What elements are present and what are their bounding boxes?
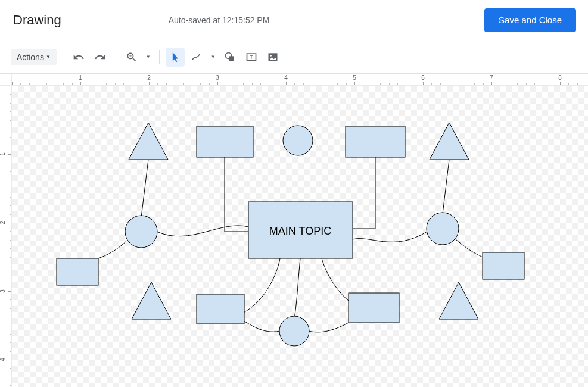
undo-button[interactable] <box>69 48 88 67</box>
line-dropdown-caret[interactable]: ▼ <box>209 54 218 60</box>
circle-shape[interactable] <box>279 316 309 346</box>
undo-icon <box>73 51 85 63</box>
ruler-v-label: 2 <box>0 221 6 224</box>
image-tool-button[interactable] <box>263 48 282 67</box>
rect-shape[interactable] <box>346 126 405 157</box>
ruler-h-label: 1 <box>79 74 82 81</box>
ruler-v-label: 4 <box>0 358 6 361</box>
connector[interactable] <box>98 239 128 258</box>
line-tool-button[interactable] <box>187 48 206 67</box>
toolbar-separator <box>159 50 160 64</box>
save-and-close-button[interactable]: Save and Close <box>484 8 576 32</box>
textbox-icon: T <box>245 51 257 63</box>
select-tool-button[interactable] <box>166 48 185 67</box>
ruler-h-label: 7 <box>490 74 493 81</box>
line-icon <box>191 51 203 63</box>
toolbar: Actions ▼ ▼ ▼ T <box>0 40 588 74</box>
ruler-corner <box>0 74 12 86</box>
image-icon <box>267 51 279 63</box>
rect-shape[interactable] <box>57 258 98 285</box>
rect-shape[interactable] <box>197 126 253 157</box>
diagram[interactable]: MAIN TOPIC <box>12 86 588 387</box>
connector[interactable] <box>141 160 148 217</box>
circle-shape[interactable] <box>283 126 313 155</box>
textbox-tool-button[interactable]: T <box>242 48 261 67</box>
autosave-status: Auto-saved at 12:15:52 PM <box>169 15 270 25</box>
triangle-shape[interactable] <box>129 123 168 160</box>
toolbar-separator <box>116 50 116 64</box>
ruler-v-label: 3 <box>0 289 6 293</box>
redo-icon <box>94 51 106 63</box>
canvas-area: 12345678 1234 <box>0 74 588 387</box>
drawing-canvas[interactable]: MAIN TOPIC <box>12 86 588 387</box>
svg-point-5 <box>270 55 272 57</box>
ruler-h-label: 2 <box>147 74 151 81</box>
toolbar-separator <box>63 50 63 64</box>
zoom-button[interactable] <box>122 48 141 67</box>
actions-menu-button[interactable]: Actions ▼ <box>11 49 57 65</box>
connector[interactable] <box>157 226 248 236</box>
shape-tool-button[interactable] <box>220 48 239 67</box>
connector[interactable] <box>294 258 300 318</box>
connector[interactable] <box>241 320 280 332</box>
rect-shape[interactable] <box>349 293 399 323</box>
zoom-icon <box>126 51 138 63</box>
redo-button[interactable] <box>91 48 110 67</box>
rect-shape[interactable] <box>483 252 524 279</box>
svg-rect-1 <box>229 56 234 61</box>
cursor-icon <box>169 51 181 63</box>
actions-label: Actions <box>17 52 44 62</box>
dialog-title: Drawing <box>13 13 61 28</box>
ruler-v-label: 1 <box>0 152 6 156</box>
triangle-shape[interactable] <box>430 123 469 160</box>
connector[interactable] <box>353 157 375 229</box>
ruler-h-label: 4 <box>284 74 288 81</box>
shape-icon <box>224 51 236 63</box>
horizontal-ruler[interactable]: 12345678 <box>12 74 588 86</box>
triangle-shape[interactable] <box>439 282 478 319</box>
caret-down-icon: ▼ <box>46 54 51 60</box>
triangle-shape[interactable] <box>132 282 171 319</box>
dialog-header: Drawing Auto-saved at 12:15:52 PM Save a… <box>0 0 588 40</box>
connector[interactable] <box>353 232 427 242</box>
main-topic-label: MAIN TOPIC <box>269 225 331 237</box>
circle-shape[interactable] <box>427 213 459 245</box>
ruler-h-label: 3 <box>216 74 219 81</box>
ruler-h-label: 6 <box>421 74 425 81</box>
connector[interactable] <box>225 157 248 232</box>
zoom-dropdown-caret[interactable]: ▼ <box>144 54 153 60</box>
rect-shape[interactable] <box>197 294 244 324</box>
svg-text:T: T <box>250 54 253 60</box>
connector[interactable] <box>309 320 354 332</box>
ruler-h-label: 5 <box>353 74 356 81</box>
circle-shape[interactable] <box>125 216 157 248</box>
connector[interactable] <box>443 160 449 214</box>
ruler-h-label: 8 <box>558 74 562 81</box>
vertical-ruler[interactable]: 1234 <box>0 86 12 387</box>
